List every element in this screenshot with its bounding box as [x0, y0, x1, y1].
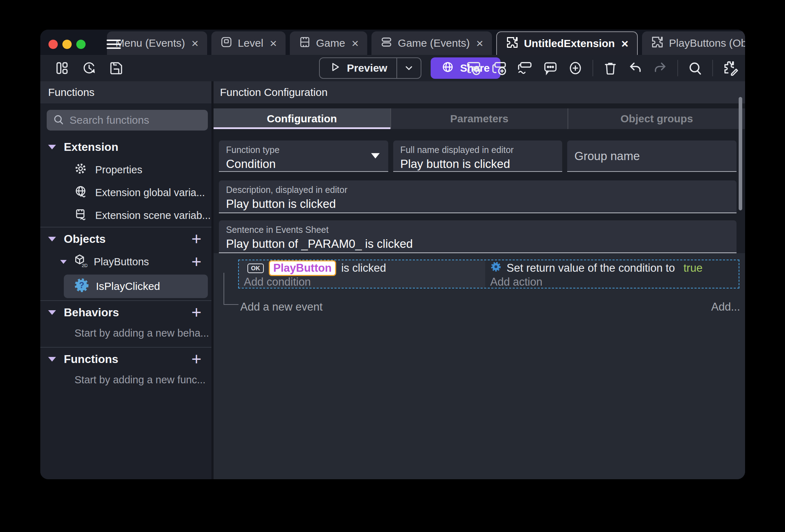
- sidebar-item-extension-global-variables[interactable]: Extension global varia...: [40, 181, 211, 204]
- tab-untitled-extension[interactable]: UntitledExtension ×: [496, 31, 638, 55]
- tab-label: UntitledExtension: [524, 37, 615, 50]
- function-label: IsPlayClicked: [96, 280, 160, 292]
- puzzle-icon: [651, 35, 664, 51]
- close-window-button[interactable]: [48, 40, 58, 49]
- tab-playbuttons-object[interactable]: PlayButtons (Object) ×: [642, 31, 745, 55]
- add-other-event-icon[interactable]: [517, 60, 533, 76]
- search-icon: [52, 113, 65, 127]
- add-action-button[interactable]: Add action: [485, 276, 739, 288]
- tab-level[interactable]: Level ×: [211, 31, 286, 55]
- gear-icon: [74, 162, 87, 178]
- object-label: PlayButtons: [94, 256, 185, 268]
- add-comment-icon[interactable]: [543, 60, 558, 76]
- add-condition-button[interactable]: Add condition: [239, 276, 485, 288]
- sidebar-item-isplayclicked[interactable]: ? IsPlayClicked: [64, 275, 208, 298]
- chevron-down-icon[interactable]: [48, 237, 56, 241]
- minimize-window-button[interactable]: [62, 40, 72, 49]
- events-sheet: OK PlayButton is clicked Add condition S…: [214, 253, 745, 479]
- add-new-event-button[interactable]: Add a new event: [240, 301, 323, 313]
- field-label: Sentence in Events Sheet: [226, 225, 729, 235]
- object-chip[interactable]: PlayButton: [269, 260, 337, 276]
- section-behaviors[interactable]: Behaviors +: [40, 301, 211, 324]
- tab-menu-events[interactable]: Menu (Events) ×: [107, 31, 207, 55]
- event-block-selected[interactable]: OK PlayButton is clicked Add condition S…: [238, 260, 739, 288]
- close-icon[interactable]: ×: [270, 37, 277, 49]
- add-object-button[interactable]: +: [191, 230, 201, 247]
- tab-game-events[interactable]: Game (Events) ×: [371, 31, 492, 55]
- undo-icon[interactable]: [627, 60, 643, 76]
- close-icon[interactable]: ×: [191, 37, 199, 49]
- configuration-form: Function type Condition Full name displa…: [214, 129, 745, 253]
- condition-gear-icon: ?: [74, 277, 89, 296]
- item-label: Extension global varia...: [95, 187, 205, 199]
- divider: [214, 103, 745, 108]
- home-panels-icon[interactable]: [55, 61, 70, 76]
- add-more-button[interactable]: Add...: [711, 301, 740, 313]
- puzzle-icon: [506, 36, 519, 52]
- events-list-icon: [380, 36, 393, 51]
- search-functions-box[interactable]: [47, 110, 208, 131]
- section-title: Behaviors: [64, 306, 184, 319]
- description-field[interactable]: Description, displayed in editor Play bu…: [219, 180, 737, 213]
- tab-label: Game (Events): [398, 37, 470, 49]
- main-menu-icon[interactable]: [107, 40, 121, 49]
- delete-icon[interactable]: [602, 60, 618, 76]
- dropdown-caret-icon: [371, 153, 380, 159]
- tab-configuration[interactable]: Configuration: [214, 108, 390, 129]
- tab-label: Level: [238, 37, 263, 49]
- function-type-select[interactable]: Function type Condition: [219, 140, 388, 172]
- add-function-button[interactable]: +: [191, 351, 201, 368]
- chevron-down-icon[interactable]: [48, 310, 56, 315]
- group-name-field[interactable]: Group name: [567, 140, 737, 172]
- scrollbar[interactable]: [739, 97, 742, 210]
- field-value: Play button is clicked: [226, 197, 729, 211]
- section-functions[interactable]: Functions +: [40, 348, 211, 370]
- preview-dropdown-button[interactable]: [397, 63, 421, 73]
- add-circle-icon[interactable]: [568, 60, 583, 76]
- search-functions-input[interactable]: [70, 114, 207, 126]
- close-icon[interactable]: ×: [352, 37, 359, 49]
- add-subevent-icon[interactable]: [491, 60, 508, 76]
- close-icon[interactable]: ×: [621, 37, 628, 50]
- tab-parameters[interactable]: Parameters: [390, 108, 568, 129]
- tab-game[interactable]: Game ×: [290, 31, 368, 55]
- sidebar-item-properties[interactable]: Properties: [40, 158, 211, 181]
- function-configuration-panel: Function Configuration Configuration Par…: [214, 81, 745, 479]
- play-icon: [329, 61, 341, 76]
- condition-type-icon: OK: [247, 264, 264, 273]
- search-icon[interactable]: [687, 60, 703, 76]
- action-row[interactable]: Set return value of the condition to tru…: [485, 260, 739, 276]
- sentence-field[interactable]: Sentence in Events Sheet Play button of …: [219, 220, 737, 253]
- chevron-down-icon[interactable]: [60, 260, 67, 264]
- full-name-field[interactable]: Full name displayed in editor Play butto…: [393, 140, 563, 172]
- add-behavior-button[interactable]: +: [191, 304, 201, 321]
- app-window: Menu (Events) × Level × Game × Game (Eve…: [40, 30, 745, 479]
- add-event-icon[interactable]: [466, 60, 482, 76]
- section-title: Objects: [64, 232, 184, 246]
- window-controls: [48, 40, 86, 49]
- close-icon[interactable]: ×: [476, 37, 483, 49]
- action-text: Set return value of the condition to: [507, 262, 675, 275]
- chevron-down-icon[interactable]: [48, 357, 56, 362]
- tab-label: PlayButtons (Object): [669, 37, 745, 49]
- preview-button[interactable]: Preview: [319, 57, 421, 79]
- configuration-tabs: Configuration Parameters Object groups: [214, 108, 745, 129]
- save-icon[interactable]: [109, 61, 124, 76]
- redo-icon[interactable]: [652, 60, 668, 76]
- tab-object-groups[interactable]: Object groups: [568, 108, 745, 129]
- tab-label: Menu (Events): [116, 37, 185, 49]
- item-label: Extension scene variab...: [95, 210, 211, 221]
- section-objects[interactable]: Objects +: [40, 227, 211, 250]
- edit-extension-icon[interactable]: [722, 60, 739, 76]
- add-object-function-button[interactable]: +: [191, 253, 201, 270]
- history-icon[interactable]: [82, 61, 97, 76]
- scene-variable-icon: [74, 208, 87, 224]
- sidebar-item-extension-scene-variables[interactable]: Extension scene variab...: [40, 204, 211, 227]
- functions-sidebar: Functions Extension Properties Extension…: [40, 81, 214, 479]
- sidebar-item-playbuttons[interactable]: 2D PlayButtons +: [40, 250, 211, 273]
- add-event-row: Add a new event Add...: [214, 297, 745, 317]
- section-extension[interactable]: Extension: [40, 135, 211, 158]
- zoom-window-button[interactable]: [76, 40, 86, 49]
- chevron-down-icon[interactable]: [48, 145, 56, 149]
- condition-row[interactable]: OK PlayButton is clicked: [239, 260, 485, 276]
